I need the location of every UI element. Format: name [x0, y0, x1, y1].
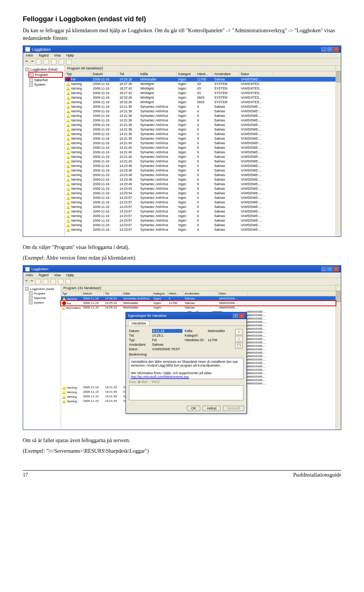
nav-back-icon[interactable]: ⇐ — [25, 279, 28, 284]
table-row[interactable]: Varning2009-11-1914:23:48Symantec AntiVi… — [65, 173, 336, 177]
toolbar-icon[interactable] — [50, 279, 56, 284]
table-row[interactable]: Varning2009-11-1914:21:39Symantec AntiVi… — [65, 118, 336, 123]
table-row[interactable]: Varning2009-11-1914:23:57Symantec AntiVi… — [65, 223, 336, 227]
menu-arkiv[interactable]: Arkiv — [25, 273, 33, 277]
apply-button[interactable]: Verkställ — [223, 406, 244, 411]
menu-atgard[interactable]: Åtgärd — [39, 273, 49, 277]
minimize-icon[interactable]: _ — [321, 47, 326, 52]
table-row[interactable]: Varning2009-11-1914:23:57Symantec AntiVi… — [65, 200, 336, 205]
column-header[interactable]: Användare — [184, 291, 218, 296]
table-row[interactable]: Varning2009-11-1914:23:48Symantec AntiVi… — [65, 177, 336, 182]
table-row[interactable]: Varning2009-11-1914:23:48Symantec AntiVi… — [65, 164, 336, 168]
dialog-help-icon[interactable]: ? — [233, 313, 238, 318]
dialog-titlebar[interactable]: Egenskaper för Händelse ? × — [126, 312, 246, 319]
toolbar-icon[interactable] — [59, 59, 64, 65]
nav-fwd-icon[interactable]: ⇒ — [30, 279, 33, 284]
table-row[interactable]: Varning2009-11-1914:23:57Symantec AntiVi… — [65, 227, 336, 232]
tree-item-program[interactable]: Program — [28, 72, 63, 78]
column-header[interactable]: Kategori — [177, 71, 196, 77]
column-header[interactable]: Användare — [213, 71, 239, 77]
table-row[interactable]: Varning2009-11-1914:21:40Symantec AntiVi… — [65, 150, 336, 154]
table-row[interactable]: Varning2009-11-1918:27:42WinMgmtIngen63S… — [65, 86, 336, 91]
close-icon[interactable]: × — [333, 47, 339, 52]
column-header[interactable]: Tid — [104, 291, 122, 296]
table-row[interactable]: Varning2009-11-1914:21:39Symantec AntiVi… — [65, 136, 336, 141]
table-row[interactable]: Varning2009-11-1914:23:57Symantec AntiVi… — [65, 209, 336, 214]
menu-atgard[interactable]: Åtgärd — [39, 54, 49, 57]
scrollbar[interactable] — [336, 285, 341, 430]
column-header[interactable]: Typ — [65, 71, 91, 77]
tab-handelse[interactable]: Händelse — [128, 321, 149, 326]
radio-word[interactable]: ○ Word — [149, 380, 159, 384]
table-row[interactable]: Varning2009-11-1914:21:40Symantec AntiVi… — [65, 141, 336, 145]
scroll-thumb[interactable] — [336, 71, 340, 82]
table-row[interactable]: Fel2009-11-1914:25:18MsiInstallerIngen11… — [65, 77, 336, 82]
cancel-button[interactable]: Avbryt — [202, 406, 220, 411]
column-header[interactable]: Datum — [82, 291, 104, 296]
table-row[interactable]: Varning2009-11-1914:23:53Symantec AntiVi… — [65, 186, 336, 191]
toolbar-icon[interactable] — [66, 279, 71, 284]
table-row[interactable]: Varning2009-11-1914:21:39Symantec AntiVi… — [65, 123, 336, 127]
table-row[interactable]: Varning2009-11-1914:23:57Symantec AntiVi… — [65, 214, 336, 218]
tree-item-security[interactable]: Säkerhet — [28, 78, 63, 82]
menu-hjalp[interactable]: Hjälp — [66, 273, 74, 277]
toolbar-icon[interactable] — [51, 59, 56, 65]
table-row[interactable]: Information2009-11-1914:25:15MsiInstalle… — [61, 305, 336, 310]
table-row[interactable]: Varning2009-11-1914:21:39Symantec AntiVi… — [65, 132, 336, 136]
table-row[interactable]: Varning2009-11-1914:23:57Symantec AntiVi… — [65, 195, 336, 200]
window-titlebar[interactable]: Loggboken _ □ × — [23, 46, 341, 53]
column-header[interactable]: Källa — [139, 71, 177, 77]
dialog-close-icon[interactable]: × — [239, 313, 244, 318]
table-row[interactable]: Varning2009-11-1914:23:57Symantec AntiVi… — [65, 205, 336, 209]
column-header[interactable]: Tid — [118, 71, 139, 77]
toolbar-icon[interactable] — [36, 59, 41, 65]
window-titlebar[interactable]: Loggboken _ □ × — [23, 266, 341, 272]
table-row[interactable]: Varning2009-11-1914:23:57Symantec AntiVi… — [65, 218, 336, 223]
toolbar-icon[interactable] — [35, 279, 41, 284]
maximize-icon[interactable]: □ — [327, 47, 333, 52]
table-row[interactable]: Varning2009-11-1918:27:42WinMgmtIngen63S… — [65, 91, 336, 95]
column-header[interactable]: Kategori — [152, 291, 168, 296]
column-header[interactable]: Datum — [91, 71, 118, 77]
table-row[interactable]: Varning2009-11-1914:21:40Symantec AntiVi… — [65, 145, 336, 150]
toolbar-icon[interactable] — [58, 279, 63, 284]
toolbar-icon[interactable] — [43, 279, 48, 284]
column-header[interactable]: Händ... — [168, 291, 184, 296]
table-row[interactable]: Varning2009-11-1914:23:49Symantec AntiVi… — [65, 182, 336, 186]
radio-byte[interactable]: ◉ Byte — [138, 380, 148, 384]
ok-button[interactable]: OK — [187, 406, 200, 411]
scrollbar[interactable] — [336, 66, 341, 236]
nav-back-icon[interactable]: ⇐ — [25, 59, 28, 65]
scroll-thumb[interactable] — [336, 291, 340, 302]
column-header[interactable]: Dator — [239, 71, 273, 77]
toolbar-icon[interactable] — [44, 59, 49, 65]
tree-item-system[interactable]: System — [28, 82, 63, 87]
column-header[interactable]: Typ — [61, 291, 82, 296]
table-row[interactable]: Varning2009-11-1914:21:40Symantec AntiVi… — [65, 154, 336, 159]
table-row[interactable]: Varning2009-11-1914:21:39Symantec AntiVi… — [65, 127, 336, 132]
menu-hjalp[interactable]: Hjälp — [66, 54, 74, 57]
tree-item-security[interactable]: Säkerhet — [28, 296, 60, 300]
menu-visa[interactable]: Visa — [54, 54, 61, 57]
table-row[interactable]: Varning2009-11-1914:23:48Symantec AntiVi… — [65, 168, 336, 173]
tree-root[interactable]: Loggboken (lokal) — [25, 67, 63, 72]
table-row[interactable]: Varning2009-11-1914:23:54Symantec AntiVi… — [65, 191, 336, 195]
table-row[interactable]: Fel2009-11-1914:25:18MsiInstallerIngen11… — [61, 301, 336, 305]
column-header[interactable]: Dator — [218, 291, 248, 296]
maximize-icon[interactable]: □ — [327, 267, 333, 271]
table-row[interactable]: Varning2009-11-1914:21:39Symantec AntiVi… — [65, 109, 336, 113]
menu-arkiv[interactable]: Arkiv — [25, 54, 33, 57]
table-row[interactable]: Varning2009-11-1914:26:24Symantec AntiVi… — [61, 296, 336, 301]
column-header[interactable]: Källa — [122, 291, 152, 296]
desc-link[interactable]: http://go.microsoft.com/fwlink/events.as… — [131, 375, 189, 379]
close-icon[interactable]: × — [333, 267, 339, 271]
toolbar-icon[interactable] — [66, 59, 72, 65]
tree-item-program[interactable]: Program — [28, 291, 60, 296]
column-header[interactable]: Händ... — [196, 71, 213, 77]
nav-fwd-icon[interactable]: ⇒ — [31, 59, 34, 65]
table-row[interactable]: Varning2009-11-1918:32:26WinMgmtIngen560… — [65, 95, 336, 100]
table-row[interactable]: Varning2009-11-1914:21:40Symantec AntiVi… — [65, 159, 336, 164]
tree-item-system[interactable]: System — [28, 300, 60, 305]
table-row[interactable]: Varning2009-11-1918:32:26WinMgmtIngen560… — [65, 100, 336, 104]
minimize-icon[interactable]: _ — [321, 267, 326, 271]
